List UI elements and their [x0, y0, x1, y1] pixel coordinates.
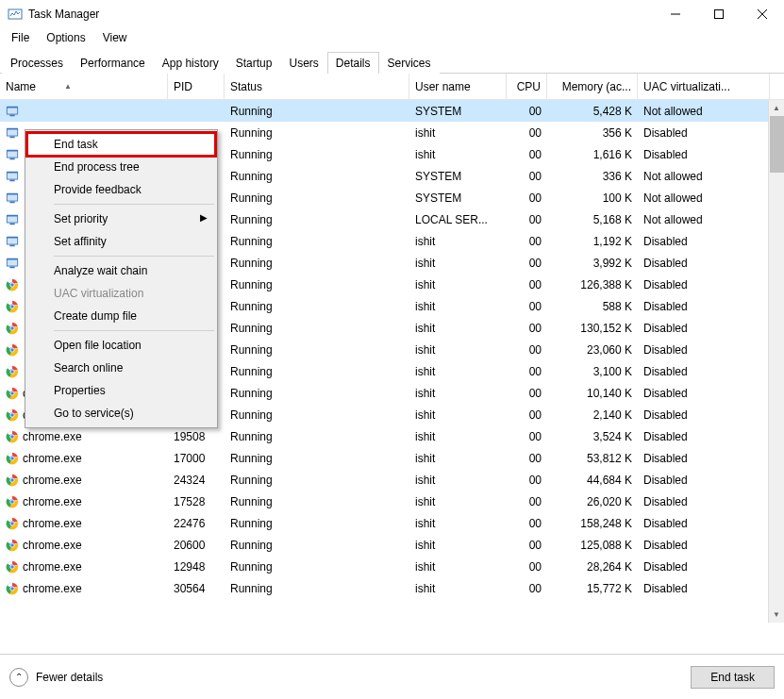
menu-view[interactable]: View: [95, 29, 135, 46]
cell-uac: Disabled: [638, 577, 770, 599]
tab-startup[interactable]: Startup: [227, 52, 281, 74]
col-mem[interactable]: Memory (ac...: [547, 74, 638, 99]
menu-item-set-priority[interactable]: Set priority▶: [27, 208, 215, 230]
tab-performance[interactable]: Performance: [72, 52, 154, 74]
cell-user: ishit: [409, 577, 507, 599]
cell-pid: 22476: [168, 512, 225, 534]
svg-rect-10: [9, 136, 14, 138]
cell-cpu: 00: [507, 469, 547, 491]
cell-uac: Disabled: [638, 512, 770, 534]
context-menu: End taskEnd process treeProvide feedback…: [25, 129, 218, 428]
fewer-details-button[interactable]: ⌃ Fewer details: [9, 668, 691, 687]
menu-item-uac-virtualization: UAC virtualization: [27, 282, 215, 305]
minimize-button[interactable]: [654, 0, 697, 28]
cell-status: Running: [225, 469, 409, 491]
cell-user: ishit: [409, 491, 507, 512]
cell-uac: Disabled: [638, 317, 770, 339]
cell-cpu: 00: [507, 295, 547, 317]
cell-uac: Disabled: [638, 425, 770, 447]
process-name: chrome.exe: [23, 539, 82, 552]
col-pid[interactable]: PID: [168, 74, 225, 99]
menu-separator: [54, 256, 214, 257]
cell-user: ishit: [409, 534, 507, 556]
cell-user: ishit: [409, 469, 507, 491]
cell-cpu: 00: [507, 208, 547, 230]
menu-item-go-to-service-s-[interactable]: Go to service(s): [27, 402, 215, 424]
col-status[interactable]: Status: [225, 74, 409, 99]
col-user[interactable]: User name: [409, 74, 507, 99]
tab-processes[interactable]: Processes: [2, 52, 72, 74]
cell-pid: 20600: [168, 534, 225, 556]
svg-point-37: [10, 325, 14, 329]
table-row[interactable]: chrome.exe22476Runningishit00158,248 KDi…: [0, 512, 784, 534]
cell-status: Running: [225, 187, 409, 208]
maximize-button[interactable]: [697, 0, 741, 28]
cell-mem: 44,684 K: [547, 469, 638, 491]
cell-user: ishit: [409, 339, 507, 360]
tab-app-history[interactable]: App history: [154, 52, 227, 74]
cell-status: Running: [225, 556, 409, 577]
col-name[interactable]: Name▲: [0, 74, 168, 99]
footer: ⌃ Fewer details End task: [0, 654, 784, 699]
cell-user: ishit: [409, 556, 507, 577]
svg-rect-24: [8, 238, 18, 243]
cell-uac: Not allowed: [638, 187, 770, 208]
cell-mem: 126,388 K: [547, 274, 638, 295]
cell-status: Running: [225, 360, 409, 382]
cell-uac: Not allowed: [638, 100, 770, 122]
process-name: chrome.exe: [23, 474, 82, 487]
scroll-thumb[interactable]: [770, 116, 784, 173]
cell-user: ishit: [409, 447, 507, 469]
col-cpu[interactable]: CPU: [507, 74, 547, 99]
cell-uac: Disabled: [638, 534, 770, 556]
cell-user: ishit: [409, 274, 507, 295]
menu-item-open-file-location[interactable]: Open file location: [27, 334, 215, 357]
menu-item-search-online[interactable]: Search online: [27, 357, 215, 379]
tab-details[interactable]: Details: [327, 52, 379, 74]
scrollbar[interactable]: ▲ ▼: [768, 100, 784, 623]
menu-file[interactable]: File: [4, 29, 37, 46]
menu-item-end-process-tree[interactable]: End process tree: [27, 156, 215, 178]
table-row[interactable]: chrome.exe20600Runningishit00125,088 KDi…: [0, 534, 784, 556]
scroll-down-icon[interactable]: ▼: [769, 607, 784, 623]
table-row[interactable]: chrome.exe24324Runningishit0044,684 KDis…: [0, 469, 784, 491]
menu-separator: [54, 204, 214, 205]
menu-item-end-task[interactable]: End task: [27, 133, 215, 156]
svg-point-46: [10, 391, 14, 394]
svg-point-61: [10, 499, 14, 503]
cell-mem: 130,152 K: [547, 317, 638, 339]
table-row[interactable]: chrome.exe19508Runningishit003,524 KDisa…: [0, 425, 784, 447]
table-row[interactable]: chrome.exe17000Runningishit0053,812 KDis…: [0, 447, 784, 469]
table-row[interactable]: chrome.exe30564Runningishit0015,772 KDis…: [0, 577, 784, 599]
menu-item-create-dump-file[interactable]: Create dump file: [27, 305, 215, 327]
col-uac[interactable]: UAC virtualizati...: [638, 74, 770, 99]
menu-item-provide-feedback[interactable]: Provide feedback: [27, 178, 215, 201]
cell-uac: Disabled: [638, 491, 770, 512]
menu-item-set-affinity[interactable]: Set affinity: [27, 230, 215, 253]
cell-cpu: 00: [507, 447, 547, 469]
cell-status: Running: [225, 143, 409, 165]
cell-mem: 5,168 K: [547, 208, 638, 230]
cell-pid: 24324: [168, 469, 225, 491]
tab-users[interactable]: Users: [280, 52, 326, 74]
cell-status: Running: [225, 491, 409, 512]
cell-mem: 15,772 K: [547, 577, 638, 599]
end-task-button[interactable]: End task: [691, 666, 775, 689]
cell-user: ishit: [409, 382, 507, 404]
menu-options[interactable]: Options: [39, 29, 92, 46]
cell-cpu: 00: [507, 187, 547, 208]
menu-item-analyze-wait-chain[interactable]: Analyze wait chain: [27, 259, 215, 282]
menu-item-properties[interactable]: Properties: [27, 379, 215, 402]
table-row[interactable]: chrome.exe12948Runningishit0028,264 KDis…: [0, 556, 784, 577]
cell-user: LOCAL SER...: [409, 208, 507, 230]
cell-mem: 356 K: [547, 122, 638, 143]
cell-mem: 23,060 K: [547, 339, 638, 360]
table-row[interactable]: RunningSYSTEM005,428 KNot allowed: [0, 100, 784, 122]
scroll-up-icon[interactable]: ▲: [769, 100, 784, 116]
table-row[interactable]: chrome.exe17528Runningishit0026,020 KDis…: [0, 491, 784, 512]
cell-cpu: 00: [507, 512, 547, 534]
process-name: chrome.exe: [23, 582, 82, 595]
tab-services[interactable]: Services: [379, 52, 440, 74]
cell-user: SYSTEM: [409, 165, 507, 187]
close-button[interactable]: [741, 0, 784, 28]
